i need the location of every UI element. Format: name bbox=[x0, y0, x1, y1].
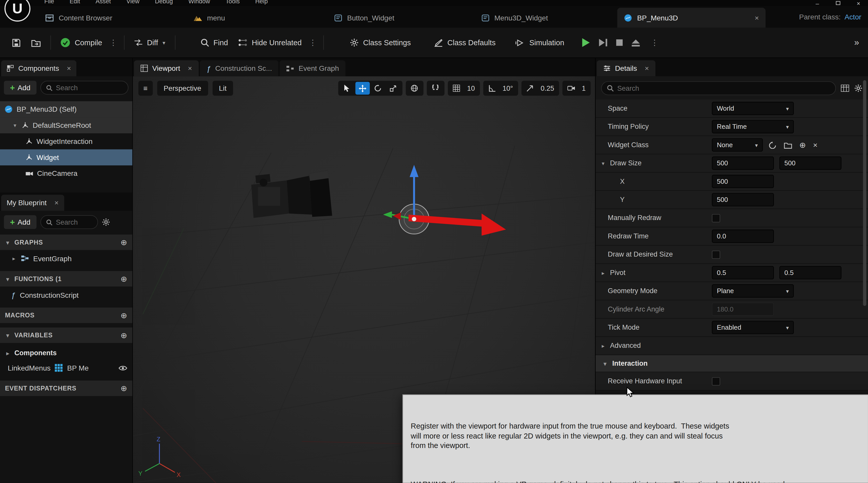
close-icon[interactable]: × bbox=[188, 64, 192, 72]
use-selected-asset-icon[interactable] bbox=[768, 141, 776, 149]
variable-linkedmenus[interactable]: LinkedMenus BP Me bbox=[0, 360, 132, 376]
menu-item-file[interactable]: File bbox=[44, 0, 54, 6]
menu-item-help[interactable]: Help bbox=[255, 0, 268, 6]
eye-icon[interactable] bbox=[118, 365, 127, 371]
tab-button-widget[interactable]: Button_Widget bbox=[328, 8, 401, 28]
add-component-button[interactable]: + Add bbox=[4, 81, 37, 95]
gear-icon[interactable] bbox=[102, 218, 110, 226]
tick-mode-dropdown[interactable]: Enabled▾ bbox=[712, 321, 794, 334]
add-variable-icon[interactable]: ⊕ bbox=[121, 331, 127, 340]
tree-row-bp-menu3d-self[interactable]: BP_Menu3D (Self) bbox=[0, 101, 132, 117]
lit-mode-button[interactable]: Lit bbox=[212, 81, 233, 96]
add-event-dispatcher-icon[interactable]: ⊕ bbox=[121, 384, 127, 393]
select-tool-button[interactable] bbox=[340, 82, 354, 95]
tree-row-cinecamera[interactable]: CineCamera bbox=[0, 165, 132, 182]
browse-to-asset-icon[interactable] bbox=[784, 141, 792, 149]
hide-unrelated-button[interactable]: Hide Unrelated bbox=[233, 34, 307, 51]
play-icon[interactable] bbox=[581, 38, 591, 47]
menu-item-edit[interactable]: Edit bbox=[69, 0, 80, 6]
expander-closed-icon[interactable]: ▸ bbox=[11, 255, 17, 261]
menu-item-view[interactable]: View bbox=[126, 0, 140, 6]
components-search-input[interactable] bbox=[56, 84, 123, 92]
parent-class-value[interactable]: Actor bbox=[844, 13, 861, 21]
event-dispatchers-section-header[interactable]: EVENT DISPATCHERS ⊕ bbox=[0, 381, 132, 396]
draw-at-desired-size-checkbox[interactable] bbox=[712, 250, 720, 258]
surface-snapping-button[interactable] bbox=[428, 82, 443, 95]
tab-menu3d-widget[interactable]: Menu3D_Widget bbox=[475, 8, 554, 28]
find-button[interactable]: Find bbox=[195, 34, 233, 51]
constructionscript-item[interactable]: ƒ ConstructionScript bbox=[0, 287, 132, 303]
expander-open-icon[interactable]: ▾ bbox=[5, 332, 10, 339]
tree-row-widgetinteraction[interactable]: WidgetInteraction bbox=[0, 133, 132, 150]
tree-row-defaultsceneroot[interactable]: ▾ DefaultSceneRoot bbox=[0, 117, 132, 133]
menu-item-window[interactable]: Window bbox=[188, 0, 210, 6]
details-scrollbar-thumb[interactable] bbox=[863, 80, 866, 306]
expander-closed-icon[interactable]: ▸ bbox=[5, 350, 10, 356]
close-icon[interactable]: × bbox=[857, 0, 860, 6]
tab-event-graph[interactable]: Event Graph bbox=[280, 60, 346, 76]
expander-open-icon[interactable]: ▾ bbox=[602, 360, 608, 366]
menu-item-debug[interactable]: Debug bbox=[155, 0, 173, 6]
graphs-section-header[interactable]: ▾ GRAPHS ⊕ bbox=[0, 235, 132, 250]
add-graph-icon[interactable]: ⊕ bbox=[121, 238, 127, 247]
close-icon[interactable]: × bbox=[67, 64, 71, 72]
expander-closed-icon[interactable]: ▸ bbox=[600, 269, 606, 276]
property-matrix-icon[interactable] bbox=[841, 85, 849, 92]
play-options-icon[interactable]: ⋮ bbox=[648, 38, 660, 47]
variables-section-header[interactable]: ▾ VARIABLES ⊕ bbox=[0, 327, 132, 343]
my-blueprint-panel-tab[interactable]: My Blueprint × bbox=[1, 195, 64, 211]
redraw-time-field[interactable]: 0.0 bbox=[712, 229, 774, 243]
interaction-section-header[interactable]: ▾ Interaction bbox=[596, 355, 868, 372]
compile-options-icon[interactable]: ⋮ bbox=[107, 38, 119, 47]
stop-icon[interactable] bbox=[616, 39, 623, 46]
compile-button[interactable]: Compile bbox=[55, 34, 107, 52]
tree-row-widget[interactable]: Widget bbox=[0, 149, 132, 165]
space-dropdown[interactable]: World▾ bbox=[712, 102, 794, 115]
expander-open-icon[interactable]: ▾ bbox=[600, 160, 606, 166]
perspective-button[interactable]: Perspective bbox=[157, 81, 208, 96]
rotation-snap-control[interactable]: 10° bbox=[483, 81, 518, 96]
scale-tool-button[interactable] bbox=[386, 82, 401, 95]
viewport-options-button[interactable]: ≡ bbox=[138, 81, 152, 96]
frame-skip-icon[interactable] bbox=[598, 38, 608, 47]
my-blueprint-search-input[interactable] bbox=[56, 218, 92, 226]
tab-details[interactable]: Details × bbox=[597, 60, 655, 76]
class-settings-button[interactable]: Class Settings bbox=[345, 34, 416, 51]
draw-size-x-field[interactable]: 500 bbox=[712, 157, 774, 170]
simulation-button[interactable]: Simulation bbox=[510, 34, 569, 51]
manually-redraw-checkbox[interactable] bbox=[712, 214, 720, 222]
hide-unrelated-options-icon[interactable]: ⋮ bbox=[307, 38, 319, 47]
tab-viewport[interactable]: Viewport × bbox=[134, 60, 199, 76]
add-macro-icon[interactable]: ⊕ bbox=[121, 311, 127, 320]
tab-menu-level[interactable]: menu bbox=[187, 8, 232, 28]
add-blueprint-item-button[interactable]: + Add bbox=[4, 215, 37, 229]
close-icon[interactable]: × bbox=[645, 64, 649, 72]
gear-icon[interactable] bbox=[854, 84, 862, 92]
expander-open-icon[interactable]: ▾ bbox=[5, 239, 10, 245]
toolbar-overflow-icon[interactable]: » bbox=[854, 38, 861, 47]
save-button[interactable] bbox=[7, 34, 26, 51]
expander-closed-icon[interactable]: ▸ bbox=[600, 343, 606, 349]
tab-construction-script[interactable]: ƒ Construction Sc... bbox=[200, 60, 279, 76]
minimize-icon[interactable]: – bbox=[815, 0, 819, 6]
geometry-mode-dropdown[interactable]: Plane▾ bbox=[712, 284, 794, 298]
class-defaults-button[interactable]: Class Defaults bbox=[429, 34, 500, 51]
menu-item-asset[interactable]: Asset bbox=[96, 0, 111, 6]
y-field[interactable]: 500 bbox=[712, 193, 774, 206]
draw-size-y-field[interactable]: 500 bbox=[779, 157, 841, 170]
add-function-icon[interactable]: ⊕ bbox=[121, 275, 127, 283]
menu-item-tools[interactable]: Tools bbox=[225, 0, 240, 6]
components-search[interactable] bbox=[40, 81, 128, 95]
expander-open-icon[interactable]: ▾ bbox=[12, 122, 18, 128]
world-space-toggle-button[interactable] bbox=[407, 82, 422, 95]
tab-content-browser[interactable]: Content Browser bbox=[39, 8, 119, 28]
timing-policy-dropdown[interactable]: Real Time▾ bbox=[712, 120, 794, 133]
widget-class-dropdown[interactable]: None▾ bbox=[712, 138, 763, 152]
components-panel-tab[interactable]: Components × bbox=[1, 60, 76, 76]
components-category[interactable]: ▸ Components bbox=[0, 346, 132, 360]
eject-icon[interactable] bbox=[631, 38, 641, 46]
add-element-icon[interactable]: ⊕ bbox=[800, 140, 806, 150]
scale-snap-control[interactable]: 0.25 bbox=[521, 81, 559, 96]
my-blueprint-search[interactable] bbox=[40, 215, 98, 229]
pivot-x-field[interactable]: 0.5 bbox=[712, 266, 774, 279]
